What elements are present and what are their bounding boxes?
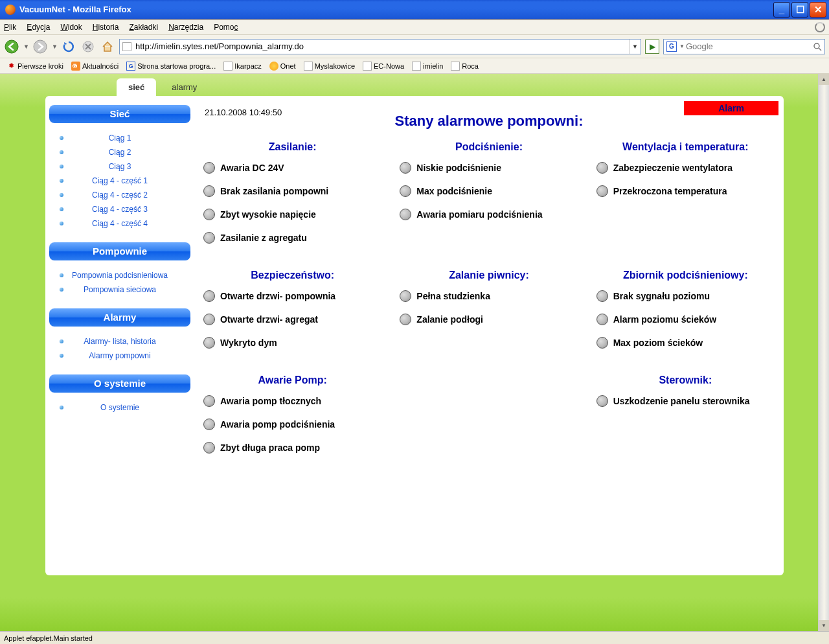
bookmark-aktualnosci[interactable]: ෧Aktualności [69, 61, 121, 71]
alarm-row: Brak zasilania pompowni [203, 185, 381, 197]
sidebar-item[interactable]: Alarmy pompowni [51, 349, 189, 363]
svg-line-4 [819, 48, 821, 51]
sidebar-item[interactable]: Alarmy- lista, historia [51, 334, 189, 349]
page-icon [451, 62, 460, 71]
scrollbar[interactable]: ▲ ▼ [818, 74, 829, 631]
google-icon: G [126, 62, 135, 71]
alarm-row: Pełna studzienka [400, 290, 578, 302]
timestamp: 21.10.2008 10:49:50 [205, 108, 282, 117]
close-button[interactable]: ✕ [810, 2, 826, 17]
status-dot-icon [596, 162, 608, 174]
status-dot-icon [400, 290, 411, 302]
menu-bookmarks[interactable]: Zakładki [129, 23, 158, 32]
search-input[interactable] [685, 40, 810, 53]
group-wentylacja: Wentylacja i temperatura: Zabezpieczenie… [593, 141, 778, 270]
menu-view[interactable]: Widok [60, 23, 82, 32]
group-title: Podciśnienie: [400, 141, 578, 153]
forward-dropdown[interactable]: ▼ [52, 43, 57, 50]
main-panel: 21.10.2008 10:49:50 Alarm Stany alarmowe… [194, 96, 784, 575]
sidebar-item[interactable]: Ciąg 4 - część 2 [51, 188, 189, 202]
bookmark-pierwsze-kroki[interactable]: ✹Pierwsze kroki [4, 61, 66, 71]
group-zbiornik: Zbiornik podciśnieniowy: Brak sygnału po… [593, 270, 778, 374]
sidebar-item[interactable]: Ciąg 4 - część 1 [51, 174, 189, 188]
scroll-down-button[interactable]: ▼ [819, 620, 829, 631]
firefox-icon [5, 5, 16, 15]
menu-help[interactable]: Pomoc [214, 23, 238, 32]
stop-button[interactable] [80, 39, 96, 54]
minimize-button[interactable]: _ [773, 2, 790, 17]
sidebar-list-osystemie: O systemie [49, 397, 190, 426]
tab-siec[interactable]: sieć [117, 78, 156, 96]
status-dot-icon [596, 395, 608, 407]
sidebar-list-alarmy: Alarmy- lista, historia Alarmy pompowni [49, 330, 190, 374]
home-button[interactable] [100, 39, 115, 54]
sidebar-header-osystemie: O systemie [49, 374, 190, 393]
menu-history[interactable]: Historia [93, 23, 119, 32]
bookmark-onet[interactable]: Onet [267, 61, 299, 71]
alarm-row: Awaria pomp tłocznych [203, 395, 381, 407]
bookmark-roca[interactable]: Roca [448, 61, 481, 71]
bookmark-imielin[interactable]: imielin [409, 61, 446, 71]
sidebar-list-pompownie: Pompownia podcisnieniowa Pompownia sieci… [49, 264, 190, 308]
group-bezp: Bezpieczeństwo: Otwarte drzwi- pompownia… [199, 270, 385, 374]
alarm-row: Awaria pomp podciśnienia [203, 419, 381, 430]
content-box: Sieć Ciąg 1 Ciąg 2 Ciąg 3 Ciąg 4 - część… [45, 96, 784, 575]
page-icon [223, 62, 233, 71]
url-input[interactable] [134, 40, 629, 53]
alarm-row: Otwarte drzwi- pompownia [203, 290, 381, 302]
nav-toolbar: ▼ ▼ ▼ ▶ G ▼ [0, 35, 829, 58]
url-dropdown[interactable]: ▼ [629, 40, 641, 54]
sidebar-header-alarmy: Alarmy [49, 308, 190, 327]
forward-button[interactable] [32, 39, 48, 54]
reload-button[interactable] [61, 39, 76, 54]
sidebar-item[interactable]: Ciąg 1 [51, 131, 189, 145]
search-button[interactable] [810, 40, 824, 54]
ladybug-icon: ✹ [6, 62, 16, 71]
status-dot-icon [203, 419, 215, 430]
sidebar-item[interactable]: Pompownia podcisnieniowa [51, 268, 189, 282]
alarm-badge: Alarm [684, 101, 778, 115]
page-icon [412, 62, 421, 71]
sidebar-item[interactable]: Ciąg 2 [51, 145, 189, 159]
bookmark-ikarpacz[interactable]: Ikarpacz [221, 61, 264, 71]
group-title: Zalanie piwnicy: [400, 270, 578, 281]
status-dot-icon [203, 209, 215, 220]
menu-tools[interactable]: Narzędzia [168, 23, 203, 32]
bookmark-strona-startowa[interactable]: GStrona startowa progra... [124, 61, 218, 71]
scroll-thumb[interactable] [819, 85, 829, 620]
status-dot-icon [203, 290, 215, 302]
bookmark-myslakowice[interactable]: Myslakowice [301, 61, 358, 71]
sidebar-header-siec: Sieć [49, 105, 190, 123]
google-icon[interactable]: G [666, 41, 677, 52]
back-dropdown[interactable]: ▼ [23, 43, 28, 50]
alarm-row: Zalanie podłogi [400, 314, 578, 325]
group-empty [396, 374, 582, 479]
status-text: Applet efapplet.Main started [4, 634, 93, 642]
alarm-row: Max poziom ścieków [596, 337, 775, 349]
bookmark-ec-nowa[interactable]: EC-Nowa [360, 61, 407, 71]
group-podcisnienie: Podciśnienie: Niskie podciśnienie Max po… [396, 141, 582, 270]
sidebar-item[interactable]: Pompownia sieciowa [51, 282, 189, 297]
status-dot-icon [400, 209, 411, 220]
back-button[interactable] [4, 39, 19, 54]
sidebar-item[interactable]: Ciąg 4 - część 3 [51, 202, 189, 216]
sidebar-item[interactable]: O systemie [51, 400, 189, 415]
sidebar-item[interactable]: Ciąg 4 - część 4 [51, 216, 189, 231]
search-box: G ▼ [663, 39, 825, 54]
bookmarks-bar: ✹Pierwsze kroki ෧Aktualności GStrona sta… [0, 58, 829, 74]
onet-icon [269, 62, 278, 71]
go-button[interactable]: ▶ [645, 40, 659, 54]
alarm-row: Uszkodzenie panelu sterownika [596, 395, 775, 407]
tab-alarmy[interactable]: alarmy [160, 78, 209, 96]
scroll-up-button[interactable]: ▲ [819, 74, 829, 85]
status-dot-icon [203, 162, 215, 174]
maximize-button[interactable]: ☐ [791, 2, 808, 17]
menu-file[interactable]: Plik [4, 23, 16, 32]
status-dot-icon [203, 232, 215, 244]
alarm-row: Awaria DC 24V [203, 162, 381, 174]
menu-edit[interactable]: Edycja [27, 23, 50, 32]
sidebar-item[interactable]: Ciąg 3 [51, 159, 189, 174]
rss-icon: ෧ [71, 62, 80, 71]
menu-bar: Plik Edycja Widok Historia Zakładki Narz… [0, 19, 829, 35]
alarm-row: Zabezpieczenie wentylatora [596, 162, 775, 174]
